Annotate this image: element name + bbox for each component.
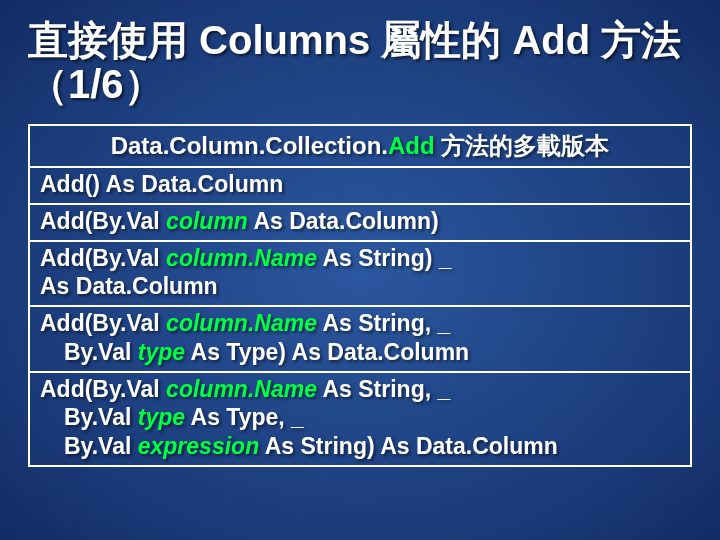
- header-add: Add: [388, 132, 435, 159]
- row3-param0: column.Name: [166, 310, 317, 336]
- row3-pre: Add(By.Val: [40, 310, 166, 336]
- row4-c2a: By.Val: [64, 433, 138, 459]
- header-class: Data.Column.Collection.: [111, 132, 388, 159]
- table-row: Add(By.Val column.Name As String, _ By.V…: [30, 307, 690, 373]
- row1-post: As Data.Column): [248, 208, 439, 234]
- row4-c1b: As Type, _: [185, 404, 304, 430]
- row1-pre: Add(By.Val: [40, 208, 166, 234]
- row3-c1b: As Type) As Data.Column: [185, 339, 469, 365]
- row4-c1a: By.Val: [64, 404, 138, 430]
- row2-param: column.Name: [166, 245, 317, 271]
- row4-cont2: By.Val expression As String) As Data.Col…: [40, 432, 680, 461]
- row3-cont1: By.Val type As Type) As Data.Column: [40, 338, 680, 367]
- row4-param2: expression: [138, 433, 259, 459]
- row4-cont1: By.Val type As Type, _: [40, 403, 680, 432]
- row4-post: As String, _: [317, 376, 450, 402]
- row3-param1: type: [138, 339, 185, 365]
- slide: 直接使用 Columns 屬性的 Add 方法（1/6） Data.Column…: [0, 0, 720, 540]
- row1-param: column: [166, 208, 248, 234]
- slide-title: 直接使用 Columns 屬性的 Add 方法（1/6）: [28, 18, 692, 106]
- table-row: Add(By.Val column As Data.Column): [30, 205, 690, 242]
- row3-post: As String, _: [317, 310, 450, 336]
- row2-pre: Add(By.Val: [40, 245, 166, 271]
- row4-c2b: As String) As Data.Column: [259, 433, 558, 459]
- table-row: Add(By.Val column.Name As String) _ As D…: [30, 242, 690, 308]
- table-row: Add() As Data.Column: [30, 168, 690, 205]
- row2-cont: As Data.Column: [40, 273, 218, 299]
- row4-param0: column.Name: [166, 376, 317, 402]
- row4-pre: Add(By.Val: [40, 376, 166, 402]
- overload-table: Data.Column.Collection.Add 方法的多載版本 Add()…: [28, 124, 692, 467]
- table-header: Data.Column.Collection.Add 方法的多載版本: [30, 126, 690, 168]
- row2-post: As String) _: [317, 245, 452, 271]
- row0-text: Add() As Data.Column: [40, 171, 283, 197]
- row4-param1: type: [138, 404, 185, 430]
- table-row: Add(By.Val column.Name As String, _ By.V…: [30, 373, 690, 465]
- row3-c1a: By.Val: [64, 339, 138, 365]
- header-suffix: 方法的多載版本: [435, 132, 610, 159]
